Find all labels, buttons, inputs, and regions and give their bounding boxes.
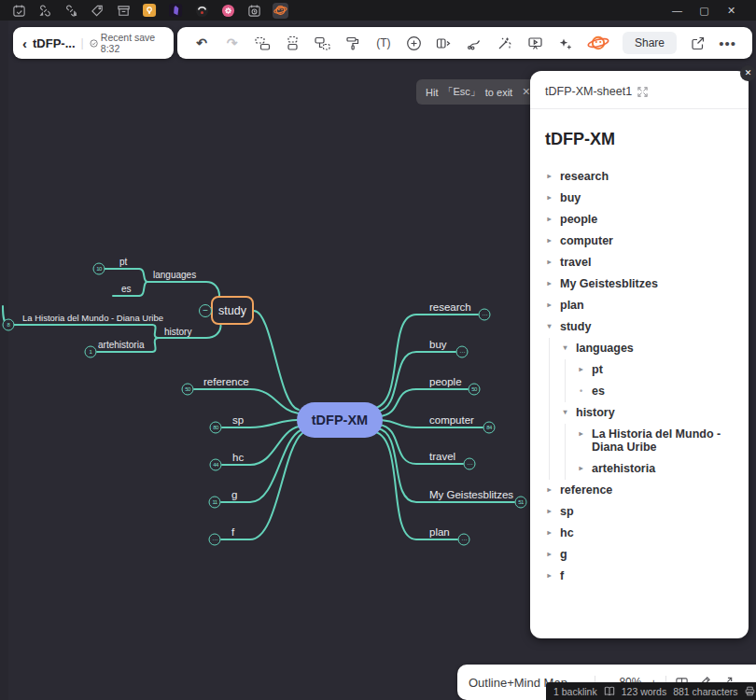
panel-close-button[interactable]: ✕	[740, 65, 756, 81]
expanded-triangle-icon[interactable]: ▾	[561, 342, 569, 355]
format-painter-icon[interactable]	[338, 30, 368, 56]
outline-item-hc[interactable]: ▸hc	[545, 523, 734, 544]
presentation-icon[interactable]	[520, 30, 550, 56]
collapse-badge-my-geistesblitzes[interactable]: 51	[515, 497, 527, 509]
topic-pt[interactable]: pt	[119, 257, 127, 267]
share-button[interactable]: Share	[623, 32, 677, 54]
undo-button[interactable]: ↶	[187, 30, 217, 56]
collapse-badge-sp[interactable]: 80	[210, 422, 222, 434]
topic-sp[interactable]: sp	[232, 414, 244, 426]
outline-item-artehistoria[interactable]: ▸artehistoria	[577, 458, 734, 480]
topic-hc[interactable]: hc	[232, 452, 244, 463]
outline-item-languages[interactable]: ▾languages	[561, 338, 734, 359]
close-button[interactable]: ✕	[718, 0, 745, 21]
collapse-badge-g[interactable]: 11	[209, 497, 221, 509]
toast-close-icon[interactable]: ✕	[522, 86, 530, 98]
outline-item-buy[interactable]: ▸buy	[545, 188, 734, 209]
outline-item-pt[interactable]: ▸pt	[577, 359, 734, 381]
insert-plus-icon[interactable]	[399, 30, 428, 56]
collapsed-triangle-icon[interactable]: ▸	[545, 299, 553, 312]
collapse-badge-f[interactable]: ⋯	[209, 534, 221, 546]
central-topic[interactable]: tDFP-XM	[297, 402, 383, 438]
topic-research[interactable]: research	[429, 301, 471, 313]
collapse-badge-research[interactable]: ⋯	[479, 309, 491, 321]
more-menu-button[interactable]: •••	[712, 30, 742, 56]
collapsed-triangle-icon[interactable]: ▸	[545, 505, 553, 518]
printer-icon[interactable]	[745, 686, 755, 696]
outline-item-my-geistesblitzes[interactable]: ▸My Geistesblitzes	[545, 273, 734, 295]
topic-reference[interactable]: reference	[203, 376, 249, 387]
collapsed-triangle-icon[interactable]: ▸	[577, 427, 585, 441]
expand-panel-icon[interactable]	[637, 87, 648, 97]
collapsed-triangle-icon[interactable]: ▸	[545, 526, 553, 539]
collapse-badge-computer[interactable]: 84	[483, 422, 496, 434]
outline-item-g[interactable]: ▸g	[545, 544, 734, 566]
outline-item-research[interactable]: ▸research	[545, 166, 734, 188]
insert-topic-after-icon[interactable]	[277, 30, 307, 56]
collapse-badge-la-historia[interactable]: 8	[3, 319, 15, 331]
magic-wand-icon[interactable]	[489, 30, 519, 56]
collapsed-triangle-icon[interactable]: ▸	[545, 256, 553, 269]
collapsed-triangle-icon[interactable]: ▸	[545, 548, 553, 561]
outline-item-people[interactable]: ▸people	[545, 209, 734, 231]
outline-root-title[interactable]: tDFP-XM	[545, 130, 734, 149]
relationship-icon[interactable]	[459, 30, 489, 56]
collapse-badge-pt[interactable]: 10	[93, 263, 105, 275]
outline-item-plan[interactable]: ▸plan	[545, 295, 734, 316]
collapsed-triangle-icon[interactable]: ▸	[545, 277, 553, 290]
outline-item-f[interactable]: ▸f	[545, 566, 734, 587]
outline-item-la-historia[interactable]: ▸La Historia del Mundo - Diana Uribe	[577, 424, 734, 458]
calendar-check-icon[interactable]	[11, 3, 27, 19]
topic-es[interactable]: es	[121, 284, 132, 294]
outline-item-travel[interactable]: ▸travel	[545, 252, 734, 273]
topic-computer[interactable]: computer	[429, 414, 474, 426]
insert-topic-before-icon[interactable]	[247, 30, 277, 56]
outline-item-es[interactable]: •es	[577, 381, 734, 402]
insert-subtopic-icon[interactable]	[308, 30, 338, 56]
link-import-icon[interactable]	[37, 3, 53, 19]
collapsed-triangle-icon[interactable]: ▸	[577, 462, 585, 475]
topic-plan[interactable]: plan	[429, 526, 450, 538]
collapse-badge-people[interactable]: 50	[469, 384, 481, 396]
back-button[interactable]: ‹	[22, 36, 27, 50]
tags-icon[interactable]	[90, 3, 105, 19]
collapsed-triangle-icon[interactable]: ▸	[577, 363, 585, 376]
topic-artehistoria[interactable]: artehistoria	[98, 340, 144, 350]
media-app-pink-icon[interactable]	[220, 3, 236, 19]
maximize-button[interactable]: ▢	[691, 0, 718, 21]
document-title[interactable]: tDFP-...	[33, 36, 76, 50]
collapsed-triangle-icon[interactable]: ▸	[545, 170, 553, 183]
outline-item-history[interactable]: ▾history	[561, 402, 734, 424]
expanded-triangle-icon[interactable]: ▾	[545, 320, 553, 333]
topic-study[interactable]: study	[211, 296, 254, 325]
obsidian-app-icon[interactable]	[168, 3, 184, 19]
notes-app-icon[interactable]	[142, 3, 158, 19]
archive-box-icon[interactable]	[116, 3, 132, 19]
collapse-badge-hc[interactable]: 44	[210, 459, 222, 471]
minimize-button[interactable]: —	[664, 0, 691, 21]
collapse-badge-buy[interactable]: ⋯	[456, 346, 469, 358]
topic-my-geistesblitzes[interactable]: My Geistesblitzes	[429, 489, 513, 500]
outline-item-sp[interactable]: ▸sp	[545, 501, 734, 523]
collapsed-triangle-icon[interactable]: ▸	[545, 191, 553, 204]
topic-travel[interactable]: travel	[429, 451, 455, 462]
redo-button[interactable]: ↷	[217, 30, 246, 56]
topic-buy[interactable]: buy	[429, 339, 447, 350]
collapsed-triangle-icon[interactable]: ▸	[545, 234, 553, 247]
collapsed-triangle-icon[interactable]: ▸	[545, 213, 553, 226]
topic-la-historia[interactable]: La Historia del Mundo - Diana Uribe	[22, 313, 163, 323]
collapse-badge-artehistoria[interactable]: 1	[85, 346, 97, 358]
media-app-dark-icon[interactable]	[194, 3, 210, 19]
collapsed-triangle-icon[interactable]: ▸	[545, 569, 553, 582]
outline-item-study[interactable]: ▾study	[545, 316, 734, 338]
export-icon[interactable]	[682, 30, 712, 56]
collapse-badge-reference[interactable]: 50	[182, 384, 194, 396]
collapsed-triangle-icon[interactable]: ▸	[545, 483, 553, 497]
topic-history[interactable]: history	[164, 327, 191, 337]
text-tool-button[interactable]: (T)	[369, 30, 399, 56]
collapse-badge-travel[interactable]: ⋯	[464, 458, 476, 470]
expanded-triangle-icon[interactable]: ▾	[561, 406, 569, 419]
collapse-badge-plan[interactable]: ⋯	[458, 534, 470, 546]
outline-item-reference[interactable]: ▸reference	[545, 480, 734, 501]
backlink-count[interactable]: 1 backlink	[553, 686, 597, 697]
